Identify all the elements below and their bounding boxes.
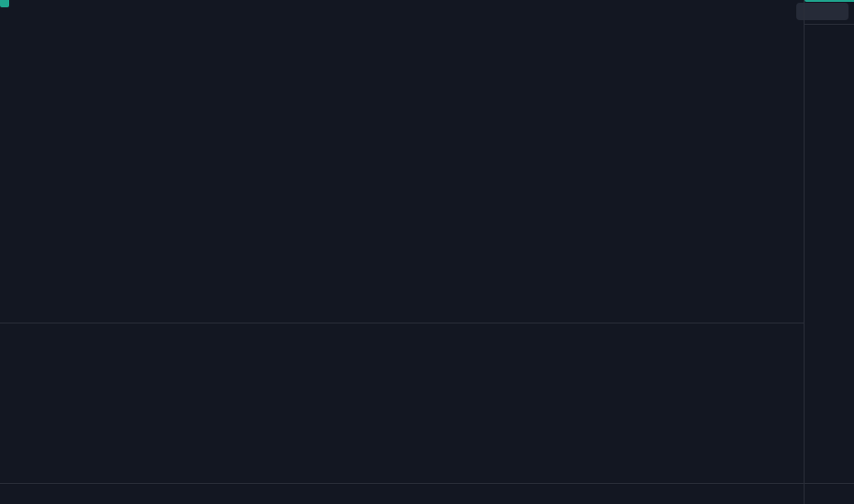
chart-window [0, 0, 854, 504]
last-price-badge [805, 0, 854, 2]
chart-canvas[interactable] [0, 0, 854, 504]
pane-separator[interactable] [0, 323, 804, 323]
symbol-axis-label [0, 0, 9, 7]
time-axis-separator [0, 483, 854, 484]
currency-separator [804, 24, 854, 25]
axis-vertical-separator [804, 0, 805, 504]
